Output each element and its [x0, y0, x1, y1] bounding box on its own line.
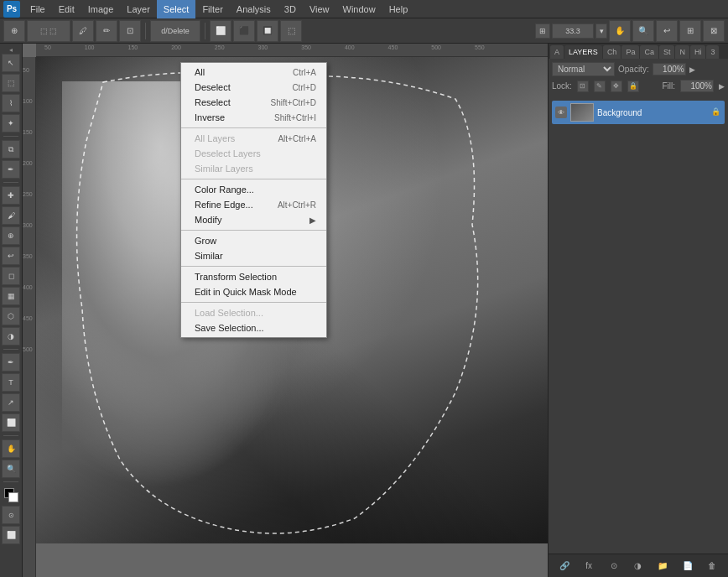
menu-layer[interactable]: Layer: [120, 0, 157, 18]
zoom-mode-btn[interactable]: ⊞: [535, 23, 550, 39]
menu-reselect[interactable]: Reselect Shift+Ctrl+D: [181, 95, 326, 110]
menu-refine-edge[interactable]: Refine Edge... Alt+Ctrl+R: [181, 197, 326, 212]
navigate-btn-5[interactable]: ⊠: [703, 20, 725, 42]
menu-similar[interactable]: Similar: [181, 248, 326, 263]
layer-visibility-btn[interactable]: 👁: [555, 107, 567, 118]
add-mask-btn[interactable]: ⊙: [606, 558, 622, 574]
menu-save-selection[interactable]: Save Selection...: [181, 320, 326, 335]
zoom-dropdown-btn[interactable]: ▾: [595, 23, 607, 39]
panel-tab-a[interactable]: A: [550, 45, 564, 59]
toolbar-btn-9[interactable]: ⬚: [280, 20, 302, 42]
new-group-btn[interactable]: 📁: [654, 558, 671, 574]
lock-label: Lock:: [552, 81, 572, 91]
tool-hand[interactable]: ✋: [2, 439, 20, 458]
menu-transform-selection[interactable]: Transform Selection: [181, 269, 326, 284]
tool-shape[interactable]: ⬜: [2, 413, 20, 432]
tool-eyedropper[interactable]: ✒: [2, 160, 20, 179]
toolbar-btn-6[interactable]: ⬜: [210, 20, 231, 42]
navigate-btn-2[interactable]: 🔍: [632, 20, 654, 42]
toolbar-btn-2[interactable]: ⬚ ⬚: [27, 20, 70, 42]
menu-all-layers[interactable]: All Layers Alt+Ctrl+A: [181, 131, 326, 146]
tool-heal[interactable]: ✚: [2, 186, 20, 205]
panel-tab-st[interactable]: St: [659, 45, 675, 59]
menu-quick-mask[interactable]: Edit in Quick Mask Mode: [181, 284, 326, 299]
menu-deselect[interactable]: Deselect Ctrl+D: [181, 80, 326, 95]
menu-all[interactable]: All Ctrl+A: [181, 65, 326, 80]
panel-tab-ca[interactable]: Ca: [640, 45, 658, 59]
tool-divider-4: [3, 435, 18, 436]
menu-3d[interactable]: 3D: [278, 0, 303, 18]
toolbar-btn-4[interactable]: ✏: [96, 20, 117, 42]
tool-crop[interactable]: ⧉: [2, 140, 20, 159]
menu-filter[interactable]: Filter: [195, 0, 229, 18]
tool-gradient[interactable]: ▦: [2, 287, 20, 305]
menu-edit[interactable]: Edit: [52, 0, 81, 18]
link-layers-btn[interactable]: 🔗: [556, 558, 573, 574]
lock-image-btn[interactable]: ✎: [594, 81, 606, 92]
blend-mode-select[interactable]: Normal: [552, 62, 615, 76]
new-adjustment-btn[interactable]: ◑: [630, 558, 647, 574]
panel-tab-pa[interactable]: Pa: [621, 45, 639, 59]
layer-item-background[interactable]: 👁 Background 🔒: [552, 101, 725, 124]
tool-brush[interactable]: 🖌: [2, 206, 20, 225]
menu-view[interactable]: View: [303, 0, 336, 18]
opacity-input[interactable]: [653, 63, 686, 75]
blend-mode-row: Normal Opacity: ▶: [552, 62, 725, 76]
tool-history-brush[interactable]: ↩: [2, 247, 20, 265]
tool-eraser[interactable]: ◻: [2, 267, 20, 285]
tool-wand[interactable]: ✦: [2, 114, 20, 133]
fill-arrow[interactable]: ▶: [719, 82, 725, 91]
lock-all-btn[interactable]: 🔒: [627, 81, 639, 92]
panel-tab-hi[interactable]: Hi: [690, 45, 706, 59]
toolbar-btn-8[interactable]: 🔲: [257, 20, 278, 42]
opacity-arrow[interactable]: ▶: [689, 65, 695, 74]
menu-image[interactable]: Image: [81, 0, 121, 18]
tool-zoom[interactable]: 🔍: [2, 460, 20, 478]
menu-select[interactable]: Select: [157, 0, 196, 18]
panel-tab-layers[interactable]: LAYERS: [564, 45, 602, 59]
menu-inverse[interactable]: Inverse Shift+Ctrl+I: [181, 110, 326, 125]
toolbar-add-del[interactable]: d/Delete: [150, 20, 200, 42]
panel-tab-n[interactable]: N: [675, 45, 689, 59]
menu-file[interactable]: File: [23, 0, 52, 18]
toolbar-btn-1[interactable]: ⊕: [3, 20, 25, 42]
tool-lasso[interactable]: ⌇: [2, 94, 20, 112]
menu-similar-layers[interactable]: Similar Layers: [181, 161, 326, 176]
toolbar-btn-3[interactable]: 🖊: [72, 20, 94, 42]
panel-tab-3[interactable]: 3: [706, 45, 719, 59]
fill-input[interactable]: [680, 80, 714, 92]
tool-text[interactable]: T: [2, 373, 20, 392]
tool-quick-mask[interactable]: ⊙: [2, 506, 20, 524]
menu-window[interactable]: Window: [336, 0, 382, 18]
panel-tab-ch[interactable]: Ch: [603, 45, 621, 59]
lock-position-btn[interactable]: ✥: [611, 81, 622, 92]
tool-clone[interactable]: ⊕: [2, 226, 20, 245]
menu-deselect-layers[interactable]: Deselect Layers: [181, 146, 326, 161]
tool-selection[interactable]: ⬚: [2, 74, 20, 92]
add-style-btn[interactable]: fx: [580, 558, 597, 574]
tool-screen-mode[interactable]: ⬜: [2, 526, 20, 544]
navigate-btn-1[interactable]: ✋: [609, 20, 631, 42]
new-layer-btn[interactable]: 📄: [679, 558, 696, 574]
canvas-area[interactable]: 50100150200250300350400450500550 5010015…: [23, 44, 548, 577]
menu-modify[interactable]: Modify ▶: [181, 212, 326, 227]
zoom-display-btn[interactable]: 33.3: [552, 23, 594, 39]
navigate-btn-3[interactable]: ↩: [656, 20, 678, 42]
menu-help[interactable]: Help: [382, 0, 415, 18]
navigate-btn-4[interactable]: ⊞: [679, 20, 701, 42]
menu-grow[interactable]: Grow: [181, 233, 326, 248]
foreground-background-colors[interactable]: [2, 486, 20, 504]
tool-path-select[interactable]: ↗: [2, 393, 20, 412]
delete-layer-btn[interactable]: 🗑: [704, 558, 720, 574]
toolbar-btn-7[interactable]: ⬛: [233, 20, 255, 42]
menu-load-selection[interactable]: Load Selection...: [181, 305, 326, 320]
lock-transparency-btn[interactable]: ⊡: [577, 81, 589, 92]
tool-pen[interactable]: ✒: [2, 353, 20, 372]
menu-analysis[interactable]: Analysis: [230, 0, 278, 18]
tool-arrow[interactable]: ↖: [2, 54, 20, 72]
tool-dodge[interactable]: ◑: [2, 327, 20, 346]
toolbox-collapse[interactable]: ◂: [2, 47, 20, 52]
menu-color-range[interactable]: Color Range...: [181, 182, 326, 197]
tool-blur[interactable]: ⬡: [2, 307, 20, 325]
toolbar-btn-5[interactable]: ⊡: [119, 20, 141, 42]
